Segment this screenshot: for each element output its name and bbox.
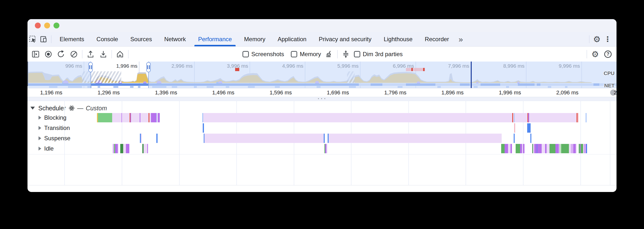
flame-chart-bar[interactable] [556, 144, 559, 153]
flame-chart-bar[interactable] [508, 144, 510, 153]
more-options-icon[interactable]: ⋮ [602, 34, 613, 45]
flame-chart-bar[interactable] [140, 113, 148, 122]
flame-chart-bar[interactable] [131, 113, 140, 122]
more-tabs-icon[interactable]: » [455, 32, 466, 46]
settings-gear-icon[interactable]: ⚙ [592, 34, 602, 45]
flame-chart-bar[interactable] [586, 144, 587, 153]
flame-chart-bar[interactable] [584, 144, 585, 153]
flame-chart-bar[interactable] [98, 113, 112, 122]
memory-checkbox[interactable] [291, 51, 297, 57]
tab-sources[interactable]: Sources [124, 32, 158, 46]
tab-memory[interactable]: Memory [238, 32, 272, 46]
flame-chart-bar[interactable] [542, 144, 545, 153]
close-window-button[interactable] [35, 22, 41, 28]
flame-chart-bar[interactable] [326, 144, 328, 153]
dim-3rd-parties-checkbox[interactable] [354, 51, 360, 57]
tab-application[interactable]: Application [272, 32, 312, 46]
tab-lighthouse[interactable]: Lighthouse [378, 32, 418, 46]
flame-chart-bar[interactable] [523, 144, 524, 153]
flame-chart-bar[interactable] [561, 144, 569, 153]
tab-console[interactable]: Console [90, 32, 124, 46]
expand-row-icon[interactable] [38, 147, 41, 151]
flame-chart-bar[interactable] [576, 144, 577, 153]
toggle-sidebar-icon[interactable] [31, 49, 40, 59]
flame-chart-bar[interactable] [578, 113, 578, 122]
flame-chart-bar[interactable] [510, 144, 512, 153]
flame-chart-bar[interactable] [520, 144, 522, 153]
tab-performance[interactable]: Performance [192, 32, 238, 46]
home-live-metrics-icon[interactable] [115, 49, 125, 59]
flame-chart-bar[interactable] [329, 134, 502, 143]
flame-chart-bar[interactable] [204, 134, 324, 143]
flame-chart-bar[interactable] [571, 144, 573, 153]
upload-profile-icon[interactable] [86, 49, 95, 59]
flame-chart-bar[interactable] [120, 144, 123, 153]
expand-row-icon[interactable] [38, 116, 41, 120]
flame-chart-bar[interactable] [581, 144, 583, 153]
flame-chart-bar[interactable] [203, 123, 204, 133]
flame-chart-bar[interactable] [144, 144, 147, 153]
track-row-label-suspense[interactable]: Suspense [38, 133, 70, 143]
tab-recorder[interactable]: Recorder [419, 32, 455, 46]
track-row-label-blocking[interactable]: Blocking [38, 113, 66, 123]
tab-elements[interactable]: Elements [54, 32, 90, 46]
flame-chart-bar[interactable] [550, 144, 556, 153]
selection-handle-right[interactable] [146, 62, 151, 72]
clear-icon[interactable] [69, 49, 78, 59]
flame-chart-bar[interactable] [203, 113, 512, 122]
collapse-tracks-icon[interactable] [341, 49, 350, 59]
flame-chart-bar[interactable] [118, 144, 118, 153]
flame-chart-bar[interactable] [113, 144, 114, 153]
timeline-overview[interactable]: 996 ms1,996 ms2,996 ms3,996 ms4,996 ms5,… [28, 61, 616, 88]
flame-chart-bar[interactable] [126, 144, 129, 153]
expand-row-icon[interactable] [38, 126, 41, 130]
flame-chart-bar[interactable] [501, 144, 504, 153]
track-row-label-transition[interactable]: Transition [38, 123, 70, 133]
garbage-collect-icon[interactable] [324, 49, 334, 59]
flame-chart-bar[interactable] [112, 113, 122, 122]
flame-chart-bar[interactable] [122, 113, 130, 122]
collapse-group-icon[interactable] [30, 107, 35, 110]
flame-chart-bar[interactable] [537, 144, 542, 153]
track-group-header[interactable]: Scheduler — Custom [30, 104, 107, 112]
flame-chart-bar[interactable] [115, 144, 118, 153]
flame-chart-bar[interactable] [515, 113, 528, 122]
reload-and-record-icon[interactable] [56, 49, 66, 59]
tab-privacy-and-security[interactable]: Privacy and security [313, 32, 378, 46]
selection-handle-left[interactable] [88, 62, 93, 72]
zoom-window-button[interactable] [54, 22, 60, 28]
track-row-label-idle[interactable]: Idle [38, 143, 54, 154]
flame-chart-bar[interactable] [123, 144, 126, 153]
flame-chart-bar[interactable] [529, 113, 576, 122]
inspect-element-icon[interactable] [28, 34, 38, 45]
flame-chart-bar[interactable] [534, 144, 537, 153]
device-toolbar-icon[interactable] [38, 34, 49, 45]
download-profile-icon[interactable] [99, 49, 108, 59]
tab-network[interactable]: Network [158, 32, 192, 46]
flame-chart-bar[interactable] [158, 113, 160, 122]
flame-chart-bar[interactable] [514, 123, 515, 133]
help-icon[interactable]: ? [603, 49, 612, 59]
capture-settings-gear-icon[interactable]: ⚙ [590, 49, 600, 59]
flame-chart-bar[interactable] [156, 134, 158, 143]
screenshots-checkbox[interactable] [242, 51, 249, 57]
minimize-window-button[interactable] [44, 22, 50, 28]
flame-chart-bar[interactable] [586, 113, 586, 122]
flame-chart-bar[interactable] [141, 134, 142, 143]
flame-chart-bar[interactable] [569, 144, 571, 153]
flame-chart-bar[interactable] [147, 144, 148, 153]
flame-chart-bar[interactable] [573, 144, 576, 153]
flame-chart-bar[interactable] [560, 144, 560, 153]
record-icon[interactable] [44, 49, 53, 59]
splitter-drag-handle-icon[interactable]: ··· [317, 97, 327, 99]
panel-splitter[interactable]: ··· [28, 97, 616, 101]
flame-chart-bar[interactable] [324, 134, 325, 143]
flame-chart-bar[interactable] [516, 144, 520, 153]
flame-chart-bar[interactable] [527, 123, 530, 133]
flame-chart-bar[interactable] [504, 144, 508, 153]
expand-row-icon[interactable] [38, 136, 41, 140]
flame-chart-bar[interactable] [546, 144, 550, 153]
flame-chart-bar[interactable] [530, 134, 531, 143]
flame-chart-bar[interactable] [514, 134, 515, 143]
flame-chart-bar[interactable] [151, 113, 156, 122]
